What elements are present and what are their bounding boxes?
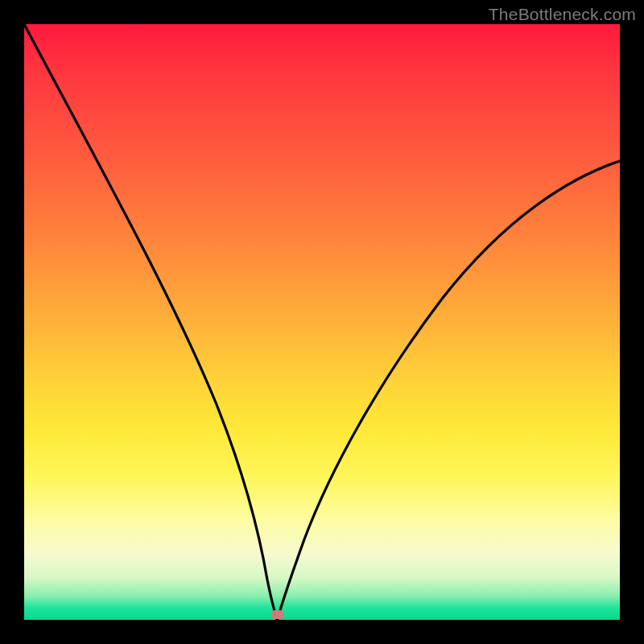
chart-frame: TheBottleneck.com bbox=[0, 0, 644, 644]
bottleneck-curve bbox=[24, 24, 620, 620]
watermark-text: TheBottleneck.com bbox=[489, 5, 636, 24]
optimum-marker bbox=[271, 610, 284, 619]
plot-area bbox=[24, 24, 620, 620]
